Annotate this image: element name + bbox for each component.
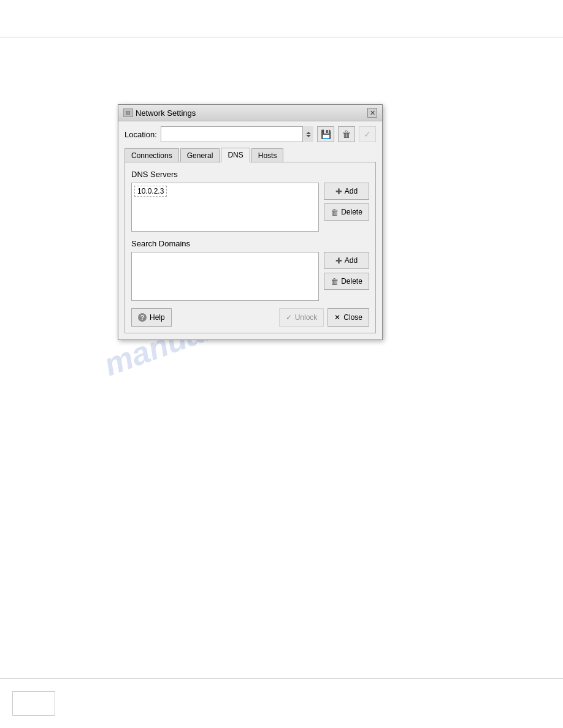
plus-icon: ✚	[335, 256, 342, 265]
dns-add-button[interactable]: ✚ Add	[324, 183, 369, 200]
title-bar-left: ⊞ Network Settings	[123, 108, 196, 118]
dialog-body: Location: 💾 🗑 ✓ Connections	[118, 121, 382, 339]
footer-right: ✓ Unlock ✕ Close	[279, 308, 369, 327]
search-domains-list[interactable]	[131, 252, 319, 301]
search-add-label: Add	[345, 256, 358, 265]
dns-servers-row: 10.0.2.3 ✚ Add 🗑 Delete	[131, 183, 369, 232]
location-label: Location:	[124, 130, 157, 139]
plus-icon: ✚	[335, 187, 342, 196]
window-icon: ⊞	[123, 108, 133, 117]
tab-connections[interactable]: Connections	[124, 148, 179, 162]
checkmark-icon: ✓	[364, 129, 371, 139]
checkmark-icon: ✓	[286, 313, 292, 322]
location-row: Location: 💾 🗑 ✓	[124, 126, 376, 142]
dns-delete-button[interactable]: 🗑 Delete	[324, 203, 369, 221]
trash-icon: 🗑	[331, 277, 339, 286]
location-select-wrapper	[161, 126, 313, 142]
tab-general-label: General	[187, 151, 213, 160]
unlock-button: ✓ Unlock	[279, 308, 324, 327]
close-x-icon: ✕	[334, 313, 340, 322]
search-domains-label: Search Domains	[131, 239, 369, 248]
bottom-rule	[0, 678, 563, 679]
dns-servers-label: DNS Servers	[131, 170, 369, 179]
top-rule	[0, 37, 563, 37]
help-icon: ?	[138, 313, 147, 322]
tab-content-dns: DNS Servers 10.0.2.3 ✚ Add 🗑 Delete	[124, 162, 376, 333]
search-domain-buttons: ✚ Add 🗑 Delete	[324, 252, 369, 290]
unlock-label: Unlock	[295, 313, 318, 322]
search-delete-button[interactable]: 🗑 Delete	[324, 273, 369, 290]
help-label: Help	[150, 313, 165, 322]
tab-dns[interactable]: DNS	[221, 148, 250, 162]
close-button[interactable]: ✕ Close	[327, 308, 369, 327]
delete-profile-button[interactable]: 🗑	[338, 126, 355, 142]
trash-icon: 🗑	[342, 129, 351, 139]
trash-icon: 🗑	[331, 208, 339, 217]
tab-general[interactable]: General	[180, 148, 220, 162]
dns-servers-list[interactable]: 10.0.2.3	[131, 183, 319, 232]
tab-connections-label: Connections	[131, 151, 172, 160]
location-select[interactable]	[161, 126, 313, 142]
dns-server-item[interactable]: 10.0.2.3	[134, 186, 167, 197]
network-settings-dialog: ⊞ Network Settings ✕ Location: 💾 🗑	[118, 104, 383, 340]
search-domains-row: ✚ Add 🗑 Delete	[131, 252, 369, 301]
tab-dns-label: DNS	[228, 151, 243, 159]
search-delete-label: Delete	[341, 277, 362, 286]
help-button[interactable]: ? Help	[131, 308, 172, 327]
dns-server-buttons: ✚ Add 🗑 Delete	[324, 183, 369, 221]
dialog-title: Network Settings	[136, 108, 196, 118]
dns-delete-label: Delete	[341, 208, 362, 216]
tab-hosts[interactable]: Hosts	[251, 148, 284, 162]
dialog-footer: ? Help ✓ Unlock ✕ Close	[131, 308, 369, 327]
window-close-button[interactable]: ✕	[367, 108, 377, 118]
tabs-row: Connections General DNS Hosts	[124, 147, 376, 162]
bottom-left-box	[12, 691, 55, 716]
dns-add-label: Add	[345, 187, 358, 195]
tab-hosts-label: Hosts	[258, 151, 277, 160]
close-btn-label: Close	[343, 313, 362, 322]
title-bar: ⊞ Network Settings ✕	[118, 105, 382, 121]
apply-button: ✓	[359, 126, 376, 142]
search-add-button[interactable]: ✚ Add	[324, 252, 369, 269]
save-button[interactable]: 💾	[317, 126, 334, 142]
floppy-icon: 💾	[321, 129, 331, 139]
